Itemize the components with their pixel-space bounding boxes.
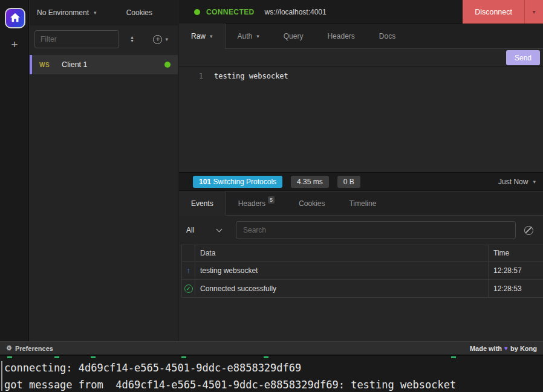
event-data: testing websocket <box>195 262 489 279</box>
chevron-down-icon: ▾ <box>210 33 213 39</box>
column-data: Data <box>195 245 489 261</box>
websocket-url[interactable]: ws://localhost:4001 <box>265 8 327 16</box>
sort-down-icon: ▼ <box>130 39 134 43</box>
disconnect-options-button[interactable]: ▾ <box>524 0 543 24</box>
client-connected-dot <box>164 62 171 68</box>
tab-response-headers[interactable]: Headers 5 <box>230 191 283 215</box>
disconnect-button-group: Disconnect ▾ <box>463 0 543 24</box>
events-filter-row: All <box>179 216 543 245</box>
chevron-down-icon: ▾ <box>256 33 259 39</box>
table-row[interactable]: ↑ testing websocket 12:28:57 <box>182 262 543 280</box>
create-request-button[interactable]: + ▾ <box>153 35 168 44</box>
terminal-line: got message from 4d69cf14-e565-4501-9ddc… <box>4 376 456 392</box>
new-project-button[interactable]: + <box>0 36 29 53</box>
response-tabs: Events Headers 5 Cookies Timeline <box>179 191 543 216</box>
request-tabs: Raw ▾ Auth ▾ Query Headers Docs <box>179 24 543 49</box>
events-search-input[interactable] <box>236 221 516 239</box>
chevron-down-icon: ▾ <box>94 10 97 16</box>
tab-raw[interactable]: Raw ▾ <box>179 24 226 49</box>
line-number: 1 <box>179 72 203 172</box>
tab-response-cookies[interactable]: Cookies <box>290 191 333 215</box>
sent-arrow-up-icon: ↑ <box>186 266 190 275</box>
cookies-button[interactable]: Cookies <box>126 8 152 17</box>
chevron-down-icon: ▾ <box>533 179 536 185</box>
response-status-bar: 101 Switching Protocols 4.35 ms 0 B Just… <box>179 173 543 191</box>
tab-headers[interactable]: Headers <box>319 24 363 48</box>
home-icon <box>10 13 21 24</box>
event-data: Connected successfully <box>195 280 489 297</box>
sidebar-filter-row: ▲ ▼ + ▾ <box>30 25 178 48</box>
main-pane: CONNECTED ws://localhost:4001 Disconnect… <box>179 0 543 341</box>
column-time: Time <box>489 245 543 261</box>
sidebar-header: No Environment ▾ Cookies <box>30 0 178 25</box>
preferences-button[interactable]: ⚙ Preferences <box>6 344 53 352</box>
chevron-down-icon: ▾ <box>165 36 168 42</box>
event-time: 12:28:53 <box>489 280 543 297</box>
environment-selector[interactable]: No Environment ▾ <box>37 8 97 17</box>
connection-status-label: CONNECTED <box>206 8 255 16</box>
events-table-header: Data Time <box>182 245 543 262</box>
ws-method-badge: WS <box>39 62 50 68</box>
url-bar: CONNECTED ws://localhost:4001 Disconnect… <box>179 0 543 24</box>
event-time: 12:28:57 <box>489 262 543 279</box>
plus-circle-icon: + <box>153 35 162 44</box>
left-rail: + <box>0 0 29 341</box>
event-type-select[interactable]: All <box>186 226 230 234</box>
connected-check-icon: ✓ <box>184 284 193 293</box>
sidebar-filter-input[interactable] <box>34 30 119 48</box>
tab-docs[interactable]: Docs <box>371 24 404 48</box>
clear-events-icon[interactable] <box>524 226 533 235</box>
terminal-line: connecting: 4d69cf14-e565-4501-9ddc-e885… <box>4 359 456 376</box>
sidebar-item-client1[interactable]: WS Client 1 <box>30 55 178 74</box>
request-name: Client 1 <box>62 60 87 69</box>
send-row: Send <box>179 49 543 67</box>
tab-auth[interactable]: Auth ▾ <box>229 24 268 48</box>
duration-badge: 4.35 ms <box>291 176 329 188</box>
app-window: + No Environment ▾ Cookies ▲ ▼ + ▾ WS Cl… <box>0 0 543 392</box>
message-editor[interactable]: 1 testing websocket <box>179 67 543 173</box>
gear-icon: ⚙ <box>6 344 12 352</box>
send-button[interactable]: Send <box>506 50 540 65</box>
connection-status-dot <box>194 9 200 15</box>
headers-count-badge: 5 <box>268 196 275 204</box>
home-button[interactable] <box>5 8 25 28</box>
tab-timeline[interactable]: Timeline <box>340 191 385 215</box>
sort-icon[interactable]: ▲ ▼ <box>130 36 134 43</box>
app-status-bar: ⚙ Preferences Made with ♥ by Kong <box>0 341 543 355</box>
table-row[interactable]: ✓ Connected successfully 12:28:53 <box>182 280 543 298</box>
tab-query[interactable]: Query <box>275 24 312 48</box>
events-table: Data Time ↑ testing websocket 12:28:57 ✓… <box>181 245 543 298</box>
tab-events[interactable]: Events <box>179 191 226 216</box>
chevron-down-icon: ▾ <box>532 8 535 15</box>
terminal[interactable]: connecting: 4d69cf14-e565-4501-9ddc-e885… <box>0 355 543 392</box>
disconnect-button[interactable]: Disconnect <box>463 0 524 24</box>
plus-icon: + <box>11 38 18 51</box>
response-history-dropdown[interactable]: Just Now ▾ <box>498 178 536 186</box>
chevron-down-icon <box>216 226 223 232</box>
environment-label: No Environment <box>37 8 89 17</box>
editor-content[interactable]: testing websocket <box>214 72 288 172</box>
sidebar: No Environment ▾ Cookies ▲ ▼ + ▾ WS Clie… <box>30 0 178 341</box>
heart-icon: ♥ <box>504 345 508 352</box>
clipped-terminal-line <box>0 356 543 359</box>
size-badge: 0 B <box>337 176 360 188</box>
status-badge: 101 Switching Protocols <box>193 176 282 188</box>
terminal-edge-line <box>1 361 2 391</box>
kong-credit: Made with ♥ by Kong <box>470 345 537 352</box>
